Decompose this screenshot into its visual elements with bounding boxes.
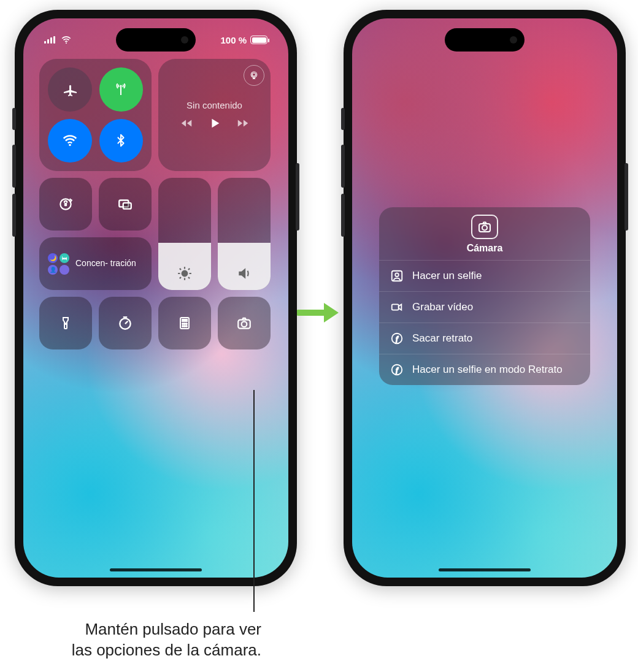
- orientation-lock-button[interactable]: [39, 178, 92, 231]
- camera-quick-actions-popup: Cámara Hacer un selfie Grabar vídeo: [379, 207, 590, 385]
- camera-icon: [236, 315, 252, 331]
- selfie-icon: [390, 269, 404, 283]
- video-icon: [390, 300, 404, 314]
- person-icon: 👤: [48, 265, 58, 275]
- battery-percent: 100 %: [220, 35, 247, 45]
- connectivity-module[interactable]: [39, 59, 152, 171]
- silence-switch: [12, 108, 16, 130]
- camera-action-label: Sacar retrato: [412, 332, 472, 345]
- rotation-lock-icon: [58, 196, 74, 212]
- camera-popup-title: Cámara: [467, 243, 503, 254]
- phone-right: Cámara Hacer un selfie Grabar vídeo: [344, 10, 626, 586]
- svg-point-21: [242, 321, 247, 327]
- phone-screen: Cámara Hacer un selfie Grabar vídeo: [352, 18, 617, 578]
- wifi-icon: [62, 132, 78, 148]
- rewind-icon[interactable]: [180, 116, 193, 130]
- focus-label: Concen- tración: [75, 259, 136, 268]
- callout-text: Mantén pulsado para ver las opciones de …: [22, 619, 261, 661]
- focus-icon-cluster: 🌙 🛏 👤: [48, 253, 69, 275]
- timer-button[interactable]: [99, 297, 152, 349]
- phone-left: 100 %: [15, 10, 297, 586]
- svg-point-11: [120, 318, 130, 329]
- cellular-signal-icon: [44, 36, 55, 44]
- svg-point-17: [182, 326, 183, 327]
- brightness-slider[interactable]: [158, 178, 211, 290]
- airplay-icon: [247, 69, 261, 82]
- home-indicator: [110, 568, 202, 571]
- svg-point-0: [66, 42, 67, 44]
- more-icon: [60, 265, 69, 275]
- svg-point-1: [120, 85, 122, 86]
- svg-point-18: [184, 326, 185, 327]
- volume-down-button: [341, 194, 345, 237]
- screen-mirroring-button[interactable]: [99, 178, 152, 231]
- dynamic-island: [445, 28, 525, 52]
- arrow-icon: [297, 300, 340, 325]
- svg-text:f: f: [396, 335, 399, 342]
- dynamic-island: [116, 28, 196, 52]
- calculator-icon: [177, 315, 193, 331]
- volume-up-button: [341, 145, 345, 188]
- wifi-toggle[interactable]: [48, 119, 92, 163]
- airplay-button[interactable]: [244, 65, 264, 86]
- brightness-icon: [158, 265, 211, 281]
- svg-rect-13: [182, 319, 187, 321]
- power-button: [625, 163, 628, 231]
- svg-point-16: [186, 323, 187, 324]
- svg-point-24: [482, 226, 487, 231]
- power-button: [296, 163, 299, 231]
- now-playing-module[interactable]: Sin contenido: [158, 59, 271, 171]
- bluetooth-toggle[interactable]: [99, 119, 144, 163]
- phone-screen: 100 %: [23, 18, 288, 578]
- antenna-icon: [113, 82, 129, 97]
- svg-point-2: [69, 144, 71, 146]
- camera-action-label: Hacer un selfie en modo Retrato: [412, 364, 563, 376]
- aperture-icon: f: [390, 332, 404, 345]
- volume-slider[interactable]: [218, 178, 271, 290]
- camera-action-portrait[interactable]: f Sacar retrato: [379, 323, 590, 354]
- flashlight-icon: [58, 315, 74, 331]
- svg-text:f: f: [396, 367, 399, 373]
- airplane-mode-toggle[interactable]: [48, 67, 92, 112]
- svg-point-9: [182, 271, 188, 277]
- forward-icon[interactable]: [236, 116, 250, 130]
- svg-point-15: [184, 323, 185, 324]
- control-center: Sin contenido: [39, 59, 272, 349]
- screen-mirroring-icon: [117, 196, 133, 212]
- timer-icon: [117, 315, 133, 331]
- camera-popup-header[interactable]: Cámara: [379, 207, 590, 260]
- battery-icon: [250, 36, 267, 44]
- camera-action-portrait-selfie[interactable]: f Hacer un selfie en modo Retrato: [379, 354, 590, 385]
- camera-action-selfie[interactable]: Hacer un selfie: [379, 260, 590, 291]
- speaker-icon: [218, 265, 271, 281]
- focus-button[interactable]: 🌙 🛏 👤 Concen- tración: [39, 237, 152, 290]
- moon-icon: 🌙: [48, 253, 58, 263]
- airplane-icon: [62, 82, 78, 97]
- calculator-button[interactable]: [158, 297, 211, 349]
- play-icon[interactable]: [208, 116, 221, 130]
- camera-action-label: Grabar vídeo: [412, 301, 473, 313]
- svg-point-19: [186, 326, 187, 327]
- callout-leader-line: [253, 390, 255, 612]
- svg-rect-6: [64, 203, 67, 206]
- bluetooth-icon: [113, 132, 129, 148]
- camera-action-video[interactable]: Grabar vídeo: [379, 291, 590, 323]
- wifi-icon: [60, 33, 73, 47]
- svg-point-10: [65, 323, 66, 324]
- svg-point-4: [252, 73, 255, 76]
- home-indicator: [439, 568, 531, 571]
- bed-icon: 🛏: [60, 253, 69, 263]
- volume-down-button: [12, 194, 16, 237]
- now-playing-label: Sin contenido: [186, 100, 242, 110]
- aperture-icon: f: [390, 363, 404, 376]
- camera-action-label: Hacer un selfie: [412, 270, 482, 282]
- camera-icon-outline: [471, 215, 498, 239]
- cellular-data-toggle[interactable]: [99, 67, 144, 112]
- flashlight-button[interactable]: [39, 297, 92, 349]
- camera-button[interactable]: [218, 297, 271, 349]
- silence-switch: [341, 108, 345, 130]
- svg-point-26: [395, 273, 399, 277]
- svg-rect-27: [392, 304, 399, 310]
- svg-point-14: [182, 323, 183, 324]
- volume-up-button: [12, 145, 16, 188]
